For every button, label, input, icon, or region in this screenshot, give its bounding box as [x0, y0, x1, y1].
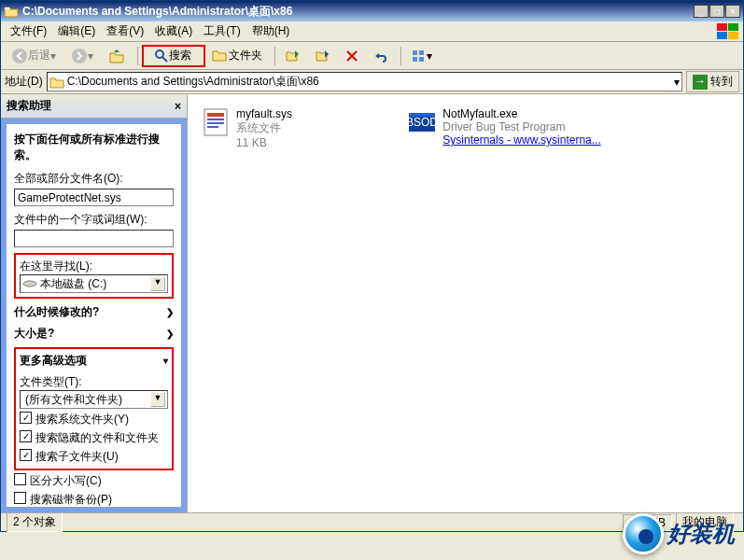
- svg-rect-17: [207, 126, 218, 128]
- chevron-down-icon[interactable]: ▼: [150, 392, 165, 407]
- windows-flag-icon: [717, 23, 739, 40]
- advanced-expander[interactable]: 更多高级选项▾: [20, 353, 168, 369]
- file-name: NotMyfault.exe: [442, 107, 600, 120]
- menu-tools[interactable]: 工具(T): [198, 21, 246, 41]
- views-button[interactable]: ▾: [405, 47, 439, 65]
- subfolders-checkbox[interactable]: ✓: [20, 449, 32, 461]
- svg-rect-0: [717, 23, 727, 31]
- watermark-logo-icon: [623, 513, 664, 554]
- folders-icon: [212, 49, 229, 63]
- file-item[interactable]: myfault.sys 系统文件 11 KB: [201, 107, 397, 149]
- file-name: myfault.sys: [236, 107, 292, 120]
- go-button[interactable]: 转到: [686, 71, 739, 92]
- menu-file[interactable]: 文件(F): [5, 21, 52, 41]
- file-list[interactable]: myfault.sys 系统文件 11 KB BSOD NotMyfault.e…: [188, 94, 743, 512]
- menu-view[interactable]: 查看(V): [101, 21, 149, 41]
- moveto-button[interactable]: [279, 46, 307, 66]
- case-checkbox[interactable]: [14, 473, 26, 485]
- file-size: 11 KB: [236, 136, 292, 149]
- copyto-icon: [316, 49, 330, 63]
- back-button[interactable]: 后退 ▾: [5, 45, 63, 67]
- undo-icon: [373, 49, 388, 63]
- delete-icon: [345, 49, 358, 63]
- search-button-highlight: 搜索: [142, 45, 205, 67]
- window-title: C:\Documents and Settings\Administrator\…: [22, 4, 694, 20]
- minimize-button[interactable]: _: [694, 5, 709, 18]
- watermark: 好装机: [623, 513, 735, 554]
- sidebar-close-button[interactable]: ×: [175, 100, 181, 113]
- svg-point-6: [156, 50, 163, 58]
- maximize-button[interactable]: □: [709, 5, 724, 18]
- word-input[interactable]: [14, 230, 174, 247]
- exe-file-icon: BSOD: [407, 107, 437, 137]
- tape-checkbox[interactable]: [14, 492, 26, 504]
- svg-rect-16: [207, 122, 224, 124]
- file-desc: 系统文件: [236, 120, 292, 136]
- svg-point-4: [12, 49, 27, 63]
- menubar: 文件(F) 编辑(E) 查看(V) 收藏(A) 工具(T) 帮助(H): [1, 21, 743, 42]
- chevron-down-icon[interactable]: ▼: [150, 276, 165, 291]
- close-button[interactable]: ×: [725, 5, 740, 18]
- svg-rect-8: [413, 50, 417, 55]
- filename-label: 全部或部分文件名(O):: [14, 171, 174, 187]
- sys-file-icon: [201, 107, 231, 137]
- folder-icon: [4, 5, 19, 18]
- addressbar: 地址(D) C:\Documents and Settings\Administ…: [1, 70, 743, 94]
- address-input[interactable]: C:\Documents and Settings\Administrator\…: [47, 72, 682, 91]
- size-expander[interactable]: 大小是?❯: [14, 326, 174, 342]
- lookin-combo[interactable]: 本地磁盘 (C:) ▼: [20, 274, 168, 293]
- toolbar: 后退 ▾ ▾ 搜索 文件夹 ▾: [1, 42, 743, 70]
- svg-line-7: [162, 57, 167, 62]
- watermark-text: 好装机: [667, 519, 735, 549]
- svg-rect-11: [419, 57, 424, 62]
- chevron-icon: ❯: [166, 329, 174, 339]
- up-icon: [108, 48, 125, 64]
- go-icon: [693, 75, 708, 90]
- svg-rect-15: [207, 119, 224, 120]
- svg-point-12: [23, 281, 36, 287]
- up-button[interactable]: [102, 45, 132, 67]
- search-button[interactable]: 搜索: [147, 45, 198, 66]
- file-desc: Driver Bug Test Program: [442, 120, 600, 133]
- filetype-combo[interactable]: (所有文件和文件夹) ▼: [20, 390, 168, 409]
- svg-point-5: [72, 49, 87, 63]
- filetype-label: 文件类型(T):: [20, 374, 168, 390]
- lookin-label: 在这里寻找(L):: [20, 259, 168, 274]
- svg-rect-2: [717, 32, 727, 39]
- lookin-highlight: 在这里寻找(L): 本地磁盘 (C:) ▼: [14, 253, 174, 299]
- forward-icon: [71, 48, 88, 64]
- undo-button[interactable]: [367, 47, 395, 65]
- filename-input[interactable]: [14, 189, 174, 206]
- status-objects: 2 个对象: [7, 512, 63, 532]
- sidebar-header: 搜索助理 ×: [1, 94, 187, 119]
- file-link[interactable]: Sysinternals - www.sysinterna...: [442, 133, 600, 147]
- when-expander[interactable]: 什么时候修改的?❯: [14, 304, 174, 320]
- search-icon: [154, 49, 169, 63]
- search-instruction: 按下面任何或所有标准进行搜索。: [14, 132, 174, 163]
- folder-icon: [49, 76, 64, 89]
- file-item[interactable]: BSOD NotMyfault.exe Driver Bug Test Prog…: [407, 107, 603, 147]
- titlebar: C:\Documents and Settings\Administrator\…: [1, 1, 743, 21]
- sysfolders-checkbox[interactable]: ✓: [20, 412, 32, 424]
- back-icon: [11, 48, 28, 64]
- moveto-icon: [286, 49, 301, 63]
- delete-button[interactable]: [339, 47, 365, 65]
- menu-help[interactable]: 帮助(H): [246, 21, 296, 41]
- forward-button[interactable]: ▾: [64, 45, 100, 67]
- advanced-highlight: 更多高级选项▾ 文件类型(T): (所有文件和文件夹) ▼ ✓搜索系统文件夹(Y…: [14, 347, 174, 470]
- menu-edit[interactable]: 编辑(E): [52, 21, 101, 41]
- drive-icon: [22, 278, 37, 289]
- folders-button[interactable]: 文件夹: [205, 45, 269, 66]
- hidden-checkbox[interactable]: ✓: [20, 430, 32, 442]
- copyto-button[interactable]: [309, 46, 337, 66]
- svg-rect-10: [413, 57, 417, 62]
- chevron-down-icon: ▾: [163, 356, 168, 366]
- svg-rect-1: [728, 23, 738, 31]
- address-dropdown-icon[interactable]: ▾: [674, 76, 680, 89]
- search-sidebar: 搜索助理 × 按下面任何或所有标准进行搜索。 全部或部分文件名(O): 文件中的…: [1, 94, 188, 512]
- svg-rect-14: [207, 113, 224, 117]
- menu-favorites[interactable]: 收藏(A): [149, 21, 198, 41]
- chevron-icon: ❯: [166, 307, 174, 317]
- svg-rect-3: [728, 32, 738, 39]
- address-label: 地址(D): [5, 74, 43, 90]
